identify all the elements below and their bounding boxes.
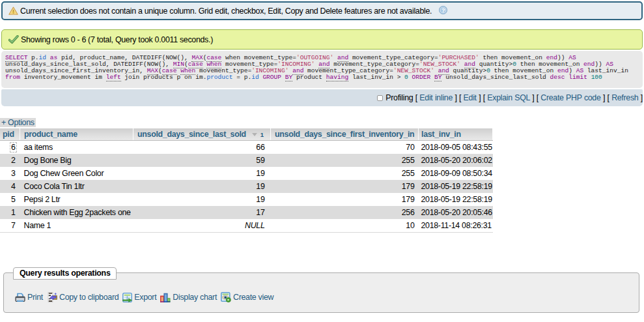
svg-text:?: ? [441,7,445,13]
